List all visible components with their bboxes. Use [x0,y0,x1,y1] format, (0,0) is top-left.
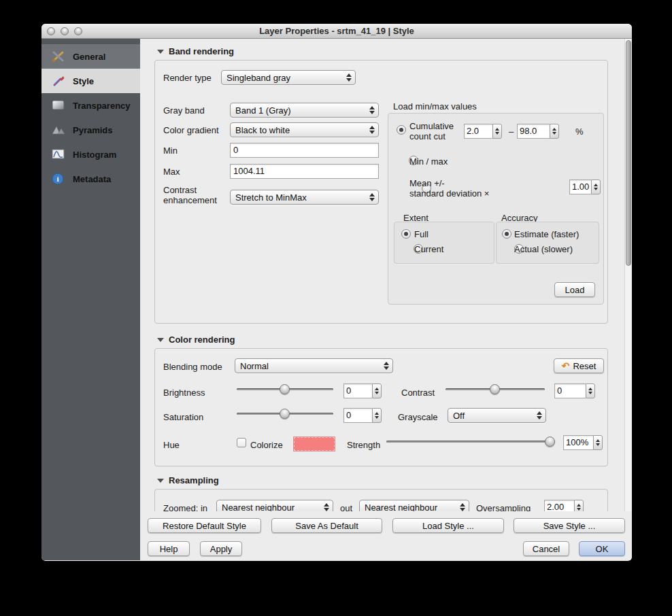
zoomed-out-select[interactable]: Nearest neighbour [359,500,469,511]
restore-default-style-button[interactable]: Restore Default Style [148,518,261,533]
cumulative-count-cut-radio[interactable] [397,125,406,135]
strength-slider[interactable] [386,437,555,447]
slider-thumb[interactable] [545,437,555,447]
colorize-checkbox[interactable] [237,438,246,447]
slider-thumb[interactable] [490,384,500,394]
oversampling-spin[interactable]: 2.00 [544,500,584,511]
contrast-slider[interactable] [446,384,545,394]
select-value: Normal [235,361,382,371]
dialog-footer: Restore Default Style Save As Default Lo… [140,511,632,561]
grayscale-select[interactable]: Off [448,408,546,423]
color-gradient-select[interactable]: Black to white [230,122,379,137]
dropdown-arrows-icon [368,106,378,114]
hue-label: Hue [163,440,180,451]
sidebar-item-label: Pyramids [73,125,113,135]
collapse-triangle-icon [157,479,164,483]
spin-value: 0 [554,383,586,398]
pyramids-icon [50,122,67,137]
sidebar-item-general[interactable]: General [41,44,140,69]
stepper-arrows-icon[interactable] [372,408,382,423]
gray-band-select[interactable]: Band 1 (Gray) [230,103,379,118]
saturation-slider[interactable] [237,409,333,419]
content: Band rendering Render type Singleband gr… [140,39,632,560]
sidebar-item-transparency[interactable]: Transparency [41,93,140,118]
zoom-button[interactable] [74,27,82,35]
contrast-spin[interactable]: 0 [554,383,595,398]
max-input[interactable]: 1004.11 [230,164,379,179]
load-minmax-title: Load min/max values [393,101,477,112]
oversampling-label: Oversampling [476,503,531,511]
reset-button[interactable]: ↶ Reset [554,358,604,373]
zoomed-in-select[interactable]: Nearest neighbour [216,500,333,511]
general-icon [50,49,67,64]
stepper-arrows-icon[interactable] [591,179,601,194]
slider-thumb[interactable] [280,409,290,419]
style-icon [50,73,67,88]
load-style-button[interactable]: Load Style ... [392,518,504,533]
save-style-button[interactable]: Save Style ... [514,518,625,533]
brightness-spin[interactable]: 0 [343,383,382,398]
load-minmax-box: Cumulative count cut 2.0 – 98.0 % [388,113,604,305]
strength-spin[interactable]: 100% [563,435,603,450]
slider-thumb[interactable] [280,384,290,394]
vertical-scrollbar[interactable] [624,39,632,511]
accuracy-estimate-radio[interactable] [502,229,511,239]
label-line: count cut [409,131,454,141]
stepper-arrows-icon[interactable] [550,124,559,139]
color-rendering-header[interactable]: Color rendering [157,335,235,345]
colorize-swatch[interactable] [294,437,335,451]
ok-button[interactable]: OK [579,541,625,556]
resampling-group: Zoomed: in Nearest neighbour out Nearest… [154,489,608,511]
stddev-spin[interactable]: 1.00 [569,179,601,194]
band-rendering-header[interactable]: Band rendering [157,46,234,56]
contrast-label: Contrast [401,388,435,398]
save-as-default-button[interactable]: Save As Default [271,518,382,533]
stepper-arrows-icon[interactable] [372,383,382,398]
spin-value: 0 [343,383,372,398]
apply-button[interactable]: Apply [200,541,242,556]
titlebar[interactable]: Layer Properties - srtm_41_19 | Style [41,24,632,39]
sidebar-item-label: Transparency [73,101,131,111]
saturation-spin[interactable]: 0 [343,408,382,423]
spin-value: 98.0 [517,124,550,139]
undo-icon: ↶ [562,361,570,371]
extent-full-radio[interactable] [401,229,411,239]
stepper-arrows-icon[interactable] [574,500,584,511]
label-line: standard deviation × [409,188,489,199]
color-rendering-group: Blending mode Normal ↶ Reset Brightness [154,348,608,466]
render-type-select[interactable]: Singleband gray [221,70,356,85]
close-button[interactable] [47,27,55,35]
resampling-header[interactable]: Resampling [157,475,219,485]
sidebar-item-histogram[interactable]: Histogram [41,142,140,167]
stepper-arrows-icon[interactable] [586,383,595,398]
dropdown-arrows-icon [368,193,378,201]
cancel-button[interactable]: Cancel [523,541,569,556]
spin-value: 1.00 [569,179,591,194]
sidebar-item-label: General [73,52,105,62]
band-rendering-group: Render type Singleband gray Gray band Ba… [154,60,608,324]
min-input[interactable]: 0 [230,143,379,158]
select-value: Black to white [231,125,368,135]
grayscale-label: Grayscale [398,412,438,423]
dropdown-arrows-icon [535,411,545,420]
stepper-arrows-icon[interactable] [593,435,603,450]
blending-mode-select[interactable]: Normal [235,358,393,373]
label-line: enhancement [163,195,217,205]
minimize-button[interactable] [61,27,69,35]
cumulative-max-spin[interactable]: 98.0 [517,124,559,139]
sidebar-item-pyramids[interactable]: Pyramids [41,118,140,142]
help-button[interactable]: Help [148,541,190,556]
transparency-icon [50,98,67,113]
brightness-slider[interactable] [237,384,333,394]
extent-box: Full Current [394,222,494,264]
sidebar-item-style[interactable]: Style [41,69,140,93]
cumulative-min-spin[interactable]: 2.0 [464,124,502,139]
metadata-icon: i [50,171,67,186]
sidebar-item-label: Style [73,76,94,86]
sidebar-item-metadata[interactable]: i Metadata [41,167,140,191]
load-button[interactable]: Load [554,282,595,297]
contrast-enhancement-select[interactable]: Stretch to MinMax [230,190,379,205]
stepper-arrows-icon[interactable] [492,124,502,139]
scrollbar-thumb[interactable] [626,40,631,266]
strength-label: Strength [347,440,380,451]
